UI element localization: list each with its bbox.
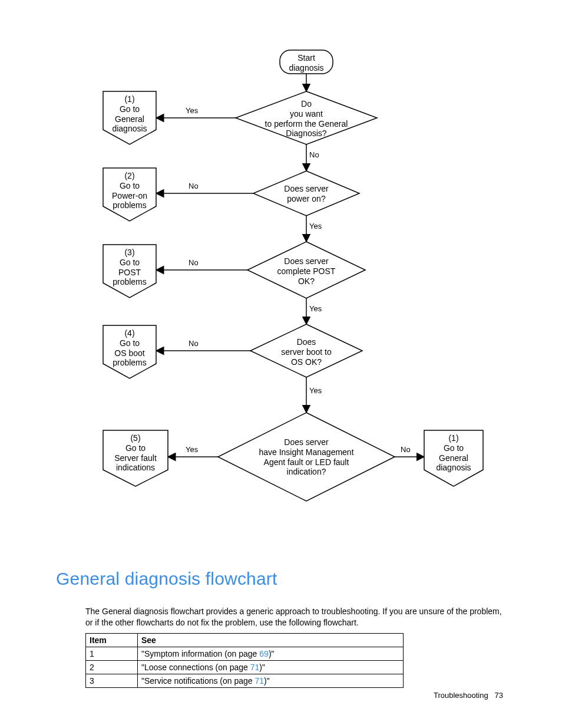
cell-item: 3 [86,674,138,688]
label-d4-yes: Yes [309,386,322,395]
node-o5: (5) Go to Server fault indications [103,433,168,473]
page-link[interactable]: 71 [250,663,260,672]
label-d1-yes: Yes [186,106,198,115]
node-o2: (2) Go to Power-on problems [103,171,156,210]
node-start: Start diagnosis [280,53,333,73]
page-footer: Troubleshooting 73 [434,691,503,700]
label-d1-no: No [309,150,319,159]
label-d2-yes: Yes [309,222,322,230]
table-row: 3 "Service notifications (on page 71)" [86,674,404,688]
label-d5-yes: Yes [186,445,198,454]
table-row: 2 "Loose connections (on page 71)" [86,661,404,674]
th-item: Item [86,634,138,647]
cell-see: "Service notifications (on page 71)" [138,674,404,688]
node-o4: (4) Go to OS boot problems [103,328,156,368]
th-see: See [138,634,404,647]
node-o1b: (1) Go to General diagnosis [424,433,483,473]
page: Start diagnosis Do you want to perform t… [0,0,562,728]
page-link[interactable]: 71 [255,676,265,686]
page-heading: General diagnosis flowchart [56,569,277,589]
table-row: 1 "Symptom information (on page 69)" [86,647,404,661]
flowchart-diagram: Start diagnosis Do you want to perform t… [94,47,507,560]
label-d3-yes: Yes [309,304,322,313]
label-d2-no: No [189,182,199,190]
cell-see: "Symptom information (on page 69)" [138,647,404,661]
intro-paragraph: The General diagnosis flowchart provides… [85,606,510,628]
footer-section: Troubleshooting [434,691,488,700]
label-d3-no: No [189,258,199,267]
cell-item: 2 [86,661,138,674]
page-link[interactable]: 69 [259,649,269,658]
node-d5: Does server have Insight Management Agen… [239,437,374,477]
label-d5-no: No [401,445,411,454]
cell-see: "Loose connections (on page 71)" [138,661,404,674]
node-d1: Do you want to perform the General Diagn… [244,99,368,139]
node-d2: Does server power on? [268,184,345,204]
node-d4: Does server boot to OS OK? [268,337,345,367]
label-d4-no: No [189,339,199,348]
reference-table: Item See 1 "Symptom information (on page… [85,633,404,688]
node-o1: (1) Go to General diagnosis [103,94,156,134]
node-o3: (3) Go to POST problems [103,248,156,287]
node-d3: Does server complete POST OK? [265,256,348,286]
footer-page-number: 73 [495,691,503,700]
cell-item: 1 [86,647,138,661]
